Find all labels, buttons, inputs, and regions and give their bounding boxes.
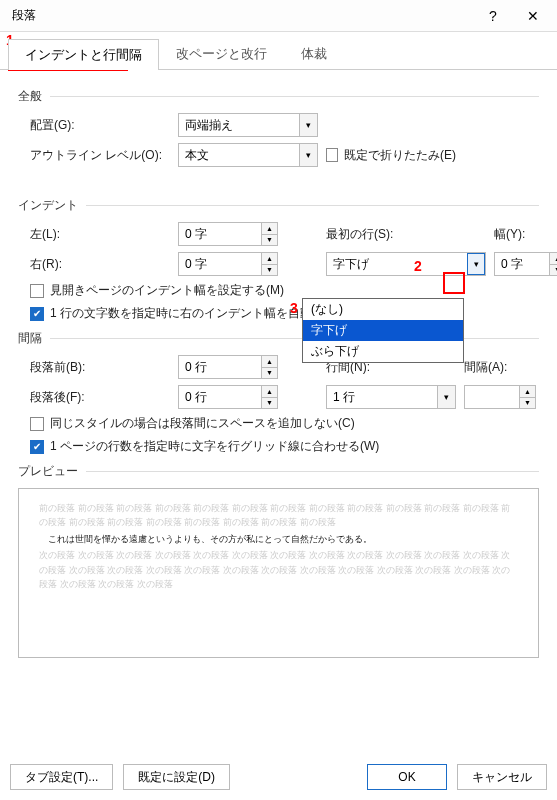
spinner-down-icon[interactable]: ▼: [262, 368, 277, 379]
window-title: 段落: [12, 7, 473, 24]
chevron-down-icon[interactable]: ▾: [299, 114, 317, 136]
close-button[interactable]: ✕: [513, 2, 553, 30]
alignment-combo[interactable]: 両端揃え ▾: [178, 113, 318, 137]
spinner-down-icon[interactable]: ▼: [262, 398, 277, 409]
outline-combo[interactable]: 本文 ▾: [178, 143, 318, 167]
at-value: [465, 386, 519, 408]
snap-checkbox[interactable]: ✔: [30, 440, 44, 454]
ok-button[interactable]: OK: [367, 764, 447, 790]
chevron-down-icon[interactable]: ▾: [437, 386, 455, 408]
tab-strip: インデントと行間隔 改ページと改行 体裁: [0, 32, 557, 70]
spinner-down-icon[interactable]: ▼: [262, 265, 277, 276]
tab-asian-typography[interactable]: 体裁: [284, 38, 344, 69]
space-before-label: 段落前(B):: [30, 359, 170, 376]
spinner-up-icon[interactable]: ▲: [550, 253, 557, 265]
firstline-label: 最初の行(S):: [326, 226, 486, 243]
indent-right-value: 0 字: [179, 253, 261, 275]
indent-left-input[interactable]: 0 字 ▲▼: [178, 222, 278, 246]
set-default-button[interactable]: 既定に設定(D): [123, 764, 230, 790]
alignment-label: 配置(G):: [30, 117, 170, 134]
group-preview: プレビュー: [18, 463, 539, 480]
indent-right-input[interactable]: 0 字 ▲▼: [178, 252, 278, 276]
firstline-option-hanging[interactable]: ぶら下げ: [303, 341, 463, 362]
space-after-value: 0 行: [179, 386, 261, 408]
dialog-content: 全般 配置(G): 両端揃え ▾ アウトライン レベル(O): 本文 ▾ 既定で…: [0, 70, 557, 658]
cancel-button[interactable]: キャンセル: [457, 764, 547, 790]
space-after-label: 段落後(F):: [30, 389, 170, 406]
group-indent: インデント: [18, 197, 539, 214]
indent-left-value: 0 字: [179, 223, 261, 245]
space-before-input[interactable]: 0 行 ▲▼: [178, 355, 278, 379]
preview-sample-text: これは世間を憚かる遠慮というよりも、その方が私にとって自然だからである。: [39, 532, 518, 546]
spinner-down-icon[interactable]: ▼: [520, 398, 535, 409]
spinner-up-icon[interactable]: ▲: [262, 223, 277, 235]
mirror-checkbox[interactable]: [30, 284, 44, 298]
tabs-button[interactable]: タブ設定(T)...: [10, 764, 113, 790]
nospace-checkbox[interactable]: [30, 417, 44, 431]
linespace-value: 1 行: [327, 386, 437, 408]
firstline-value: 字下げ: [327, 253, 467, 275]
group-general: 全般: [18, 88, 539, 105]
chevron-down-icon[interactable]: ▾: [299, 144, 317, 166]
spinner-up-icon[interactable]: ▲: [262, 386, 277, 398]
tab-indent-spacing[interactable]: インデントと行間隔: [8, 39, 159, 70]
footer: タブ設定(T)... 既定に設定(D) OK キャンセル: [10, 764, 547, 790]
tab-page-breaks[interactable]: 改ページと改行: [159, 38, 284, 69]
at-input[interactable]: ▲▼: [464, 385, 536, 409]
width-label: 幅(Y):: [494, 226, 557, 243]
width-input[interactable]: 0 字 ▲▼: [494, 252, 557, 276]
linespace-combo[interactable]: 1 行 ▾: [326, 385, 456, 409]
titlebar: 段落 ? ✕: [0, 0, 557, 32]
preview-before-text: 前の段落 前の段落 前の段落 前の段落 前の段落 前の段落 前の段落 前の段落 …: [39, 501, 518, 530]
indent-left-label: 左(L):: [30, 226, 170, 243]
width-value: 0 字: [495, 253, 549, 275]
space-after-input[interactable]: 0 行 ▲▼: [178, 385, 278, 409]
preview-box: 前の段落 前の段落 前の段落 前の段落 前の段落 前の段落 前の段落 前の段落 …: [18, 488, 539, 658]
fold-label: 既定で折りたたみ(E): [344, 147, 456, 164]
spinner-up-icon[interactable]: ▲: [520, 386, 535, 398]
spinner-down-icon[interactable]: ▼: [550, 265, 557, 276]
spinner-up-icon[interactable]: ▲: [262, 253, 277, 265]
help-button[interactable]: ?: [473, 2, 513, 30]
firstline-dropdown-list[interactable]: (なし) 字下げ ぶら下げ: [302, 298, 464, 363]
spinner-down-icon[interactable]: ▼: [262, 235, 277, 246]
snap-label: 1 ページの行数を指定時に文字を行グリッド線に合わせる(W): [50, 438, 379, 455]
nospace-label: 同じスタイルの場合は段落間にスペースを追加しない(C): [50, 415, 355, 432]
space-before-value: 0 行: [179, 356, 261, 378]
firstline-combo[interactable]: 字下げ ▾: [326, 252, 486, 276]
firstline-option-none[interactable]: (なし): [303, 299, 463, 320]
indent-right-label: 右(R):: [30, 256, 170, 273]
fold-checkbox[interactable]: [326, 148, 338, 162]
at-label: 間隔(A):: [464, 359, 557, 376]
spinner-up-icon[interactable]: ▲: [262, 356, 277, 368]
outline-value: 本文: [179, 144, 299, 166]
firstline-option-indent[interactable]: 字下げ: [303, 320, 463, 341]
preview-after-text: 次の段落 次の段落 次の段落 次の段落 次の段落 次の段落 次の段落 次の段落 …: [39, 548, 518, 591]
alignment-value: 両端揃え: [179, 114, 299, 136]
chevron-down-icon[interactable]: ▾: [467, 253, 485, 275]
autofit-checkbox[interactable]: ✔: [30, 307, 44, 321]
outline-label: アウトライン レベル(O):: [30, 147, 170, 164]
mirror-label: 見開きページのインデント幅を設定する(M): [50, 282, 284, 299]
